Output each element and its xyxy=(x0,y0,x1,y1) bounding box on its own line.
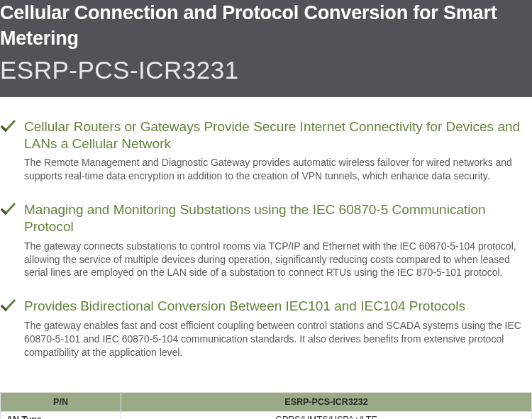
feature-text: The Remote Management and Diagnostic Gat… xyxy=(24,156,532,183)
table-row: AN Type GPRS/UMTS/HSPA+/LTE xyxy=(1,411,532,419)
feature-text: The gateway enables fast and cost effici… xyxy=(24,319,532,359)
feature-body: Provides Bidirectional Conversion Betwee… xyxy=(24,298,532,359)
table-header-pn: P/N xyxy=(1,392,121,411)
feature-heading: Provides Bidirectional Conversion Betwee… xyxy=(24,298,532,315)
checkmark-icon xyxy=(0,298,16,314)
feature-body: Managing and Monitoring Substations usin… xyxy=(24,201,532,279)
checkmark-icon xyxy=(0,119,16,135)
hero-banner: Cellular Connection and Protocol Convers… xyxy=(0,0,532,97)
page-title: Cellular Connection and Protocol Convers… xyxy=(0,0,532,56)
checkmark-icon xyxy=(0,202,16,218)
table-header-model: ESRP-PCS-ICR3232 xyxy=(121,392,532,411)
feature-body: Cellular Routers or Gateways Provide Sec… xyxy=(24,118,532,183)
product-code: ESRP-PCS-ICR3231 xyxy=(0,56,532,84)
table-header-row: P/N ESRP-PCS-ICR3232 xyxy=(1,392,532,411)
feature-heading: Cellular Routers or Gateways Provide Sec… xyxy=(24,118,532,152)
features-section: Cellular Routers or Gateways Provide Sec… xyxy=(0,97,532,392)
feature-item: Provides Bidirectional Conversion Betwee… xyxy=(0,298,532,359)
feature-item: Cellular Routers or Gateways Provide Sec… xyxy=(0,118,532,183)
row-value: GPRS/UMTS/HSPA+/LTE xyxy=(121,411,532,419)
feature-item: Managing and Monitoring Substations usin… xyxy=(0,201,532,279)
spec-table: P/N ESRP-PCS-ICR3232 AN Type GPRS/UMTS/H… xyxy=(0,392,532,419)
feature-heading: Managing and Monitoring Substations usin… xyxy=(24,201,532,235)
row-label: AN Type xyxy=(1,411,121,419)
feature-text: The gateway connects substations to cont… xyxy=(24,240,532,280)
